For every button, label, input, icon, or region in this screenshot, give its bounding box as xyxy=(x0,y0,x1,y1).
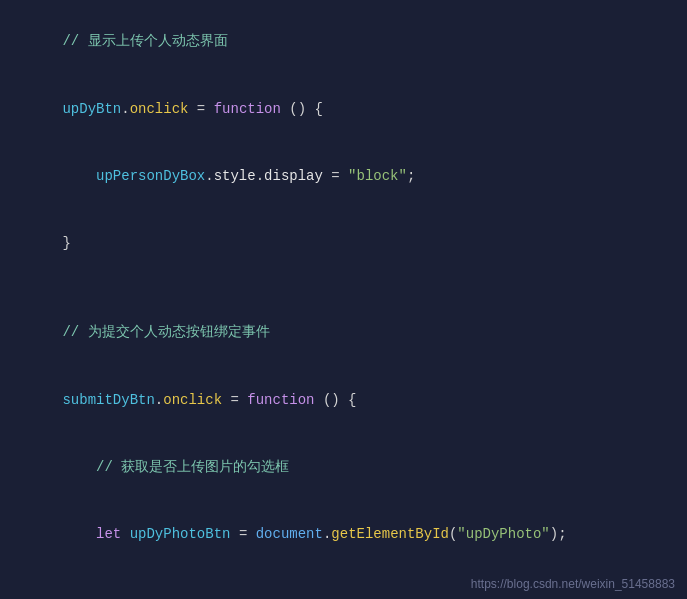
keyword: let xyxy=(96,526,121,542)
code-line-8: // 获取是否上传图片的勾选框 xyxy=(0,433,687,500)
code-line-4: } xyxy=(0,210,687,277)
keyword: function xyxy=(247,392,314,408)
code-line-1: // 显示上传个人动态界面 xyxy=(0,8,687,75)
variable: submitDyBtn xyxy=(62,392,154,408)
code-line-5 xyxy=(0,277,687,299)
keyword: function xyxy=(214,101,281,117)
code-line-7: submitDyBtn.onclick = function () { xyxy=(0,366,687,433)
variable: upPersonDyBox xyxy=(96,168,205,184)
code-line-6: // 为提交个人动态按钮绑定事件 xyxy=(0,299,687,366)
code-editor: // 显示上传个人动态界面 upDyBtn.onclick = function… xyxy=(0,0,687,599)
property: onclick xyxy=(163,392,222,408)
code-line-2: upDyBtn.onclick = function () { xyxy=(0,75,687,142)
string: "block" xyxy=(348,168,407,184)
property: onclick xyxy=(130,101,189,117)
code-line-3: upPersonDyBox.style.display = "block"; xyxy=(0,142,687,209)
watermark: https://blog.csdn.net/weixin_51458883 xyxy=(471,577,675,591)
code-line-9: let upDyPhotoBtn = document.getElementBy… xyxy=(0,501,687,568)
variable: upDyBtn xyxy=(62,101,121,117)
comment-text: // 为提交个人动态按钮绑定事件 xyxy=(62,324,269,340)
comment-text: // 获取是否上传图片的勾选框 xyxy=(96,459,289,475)
comment-text: // 显示上传个人动态界面 xyxy=(62,33,227,49)
code-line-11: //获取标题 内容 和 图片文件 xyxy=(0,590,687,599)
